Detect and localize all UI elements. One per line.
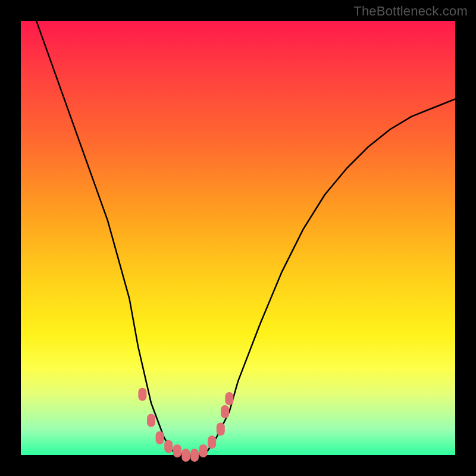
marker-11 [225,392,233,405]
marker-8 [208,436,216,449]
marker-4 [173,444,181,458]
marker-9 [217,422,225,436]
plot-area [21,21,455,455]
data-markers [138,388,233,462]
marker-1 [147,414,155,427]
marker-7 [199,444,208,458]
marker-10 [221,405,229,418]
bottleneck-curve [21,0,455,455]
attribution-text: TheBottleneck.com [353,4,468,19]
marker-0 [138,388,146,401]
marker-2 [156,431,164,444]
chart-svg [21,21,455,455]
marker-6 [190,449,199,462]
chart-frame: TheBottleneck.com [0,0,476,476]
marker-5 [181,449,190,462]
marker-3 [164,440,173,453]
